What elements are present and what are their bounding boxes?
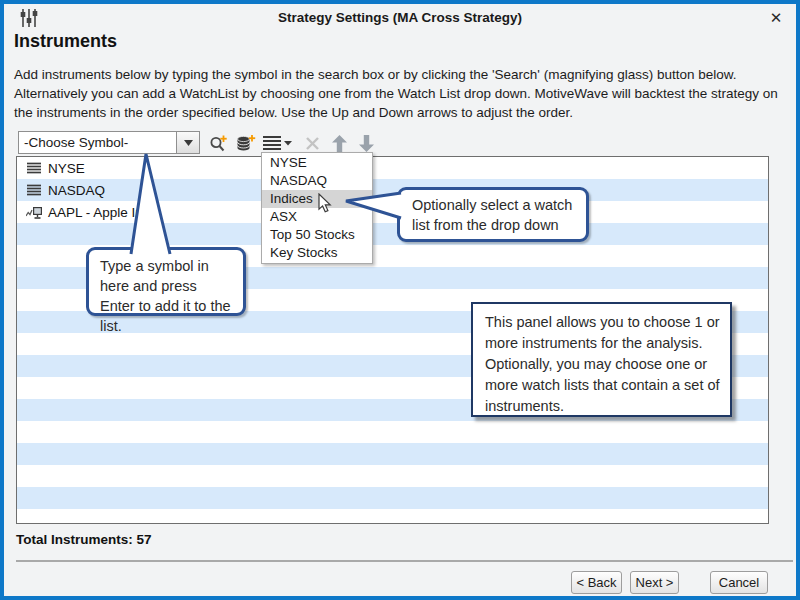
list-item-label: NYSE — [45, 161, 85, 176]
menu-item-asx[interactable]: ASX — [262, 208, 372, 226]
menu-item-key-stocks[interactable]: Key Stocks — [262, 244, 372, 262]
callout-panel-hint: This panel allows you to choose 1 or mor… — [471, 302, 732, 417]
menu-item-nyse[interactable]: NYSE — [262, 154, 372, 172]
instrument-toolbar: -Choose Symbol- — [4, 131, 796, 155]
footer-separator — [16, 560, 793, 562]
menu-item-indices[interactable]: Indices — [262, 190, 372, 208]
callout-watchlist-hint: Optionally select a watch list from the … — [397, 187, 589, 242]
menu-item-nasdaq[interactable]: NASDAQ — [262, 172, 372, 190]
window-title: Strategy Settings (MA Cross Strategy) — [4, 10, 796, 25]
symbol-combobox-value: -Choose Symbol- — [19, 135, 176, 150]
watchlist-dropdown-menu: NYSE NASDAQ Indices ASX Top 50 Stocks Ke… — [261, 152, 373, 264]
symbol-combobox[interactable]: -Choose Symbol- — [18, 131, 200, 154]
total-instruments-label: Total Instruments: — [16, 532, 133, 547]
next-button[interactable]: Next > — [630, 571, 679, 594]
combobox-dropdown-arrow-icon[interactable] — [176, 132, 199, 153]
watchlist-icon — [23, 162, 45, 174]
search-add-icon[interactable] — [206, 132, 230, 154]
watchlist-menu-icon[interactable] — [261, 132, 293, 154]
instructions-text: Add instruments below by typing the symb… — [14, 65, 793, 122]
list-item-label: NASDAQ — [45, 183, 105, 198]
back-button[interactable]: < Back — [571, 571, 622, 594]
mouse-cursor-icon — [318, 193, 332, 218]
page-title: Instruments — [14, 31, 117, 52]
add-watchlist-icon[interactable] — [234, 132, 258, 154]
total-instruments-value: 57 — [137, 532, 152, 547]
callout-symbol-hint: Type a symbol in here and press Enter to… — [86, 247, 246, 316]
delete-icon — [300, 132, 324, 154]
list-item[interactable]: NASDAQ — [17, 179, 768, 201]
list-item-label: AAPL - Apple Inc — [45, 205, 150, 220]
total-instruments: Total Instruments: 57 — [16, 532, 152, 547]
list-item[interactable]: NYSE — [17, 157, 768, 179]
menu-item-top-50-stocks[interactable]: Top 50 Stocks — [262, 226, 372, 244]
cancel-button[interactable]: Cancel — [710, 571, 768, 594]
strategy-settings-dialog: Strategy Settings (MA Cross Strategy) ✕ … — [0, 0, 800, 600]
instrument-icon — [23, 206, 45, 219]
down-arrow-icon — [354, 132, 378, 154]
close-icon[interactable]: ✕ — [766, 8, 786, 28]
up-arrow-icon — [327, 132, 351, 154]
list-item[interactable]: AAPL - Apple Inc — [17, 201, 768, 223]
watchlist-icon — [23, 184, 45, 196]
titlebar: Strategy Settings (MA Cross Strategy) ✕ — [4, 4, 796, 31]
